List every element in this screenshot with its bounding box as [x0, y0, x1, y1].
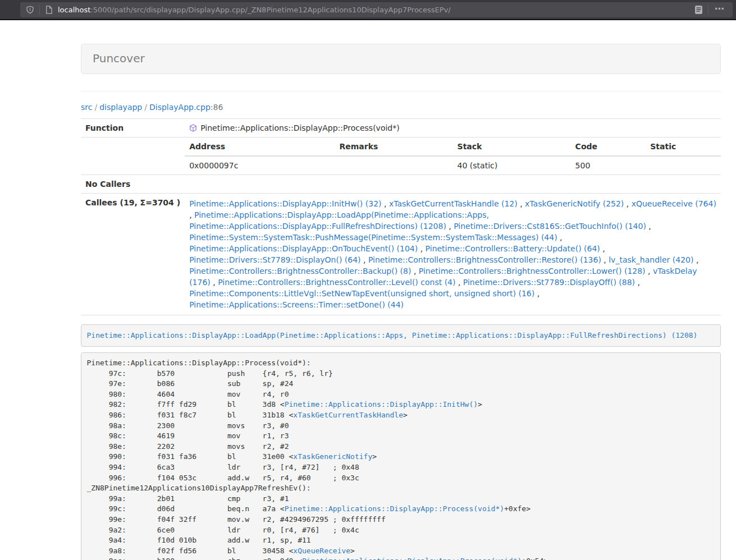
stats-column-header: Code — [571, 137, 646, 156]
stats-column-header: Stack — [453, 137, 571, 156]
stats-value: 0x0000097c — [185, 156, 335, 175]
breadcrumb-separator: / — [92, 103, 99, 112]
asm-symbol-link[interactable]: Pinetime::Applications::DisplayApp::Init… — [285, 400, 478, 408]
asm-symbol-link[interactable]: xTaskGenericNotify — [293, 452, 372, 461]
browser-toolbar: localhost:5000/path/src/displayapp/Displ… — [0, 0, 736, 20]
breadcrumb-separator: / — [142, 103, 149, 112]
stats-value: 500 — [571, 156, 646, 175]
asm-symbol-link[interactable]: Pinetime::Applications::DisplayApp::Proc… — [285, 504, 504, 513]
table-row: No Callers — [81, 175, 721, 194]
table-row: Callees (19, Σ=3704 ) Pinetime::Applicat… — [81, 194, 721, 315]
toolbar-separator — [39, 5, 40, 15]
callee-link[interactable]: Pinetime::Drivers::Cst816S::GetTouchInfo… — [454, 222, 646, 231]
loadapp-link[interactable]: Pinetime::Applications::DisplayApp::Load… — [87, 331, 698, 339]
callee-link[interactable]: xQueueReceive (764) — [632, 199, 716, 208]
callee-link[interactable]: Pinetime::Controllers::BrightnessControl… — [419, 267, 646, 276]
callee-separator: , — [646, 222, 651, 231]
stats-value-row: 0x0000097c40 (static)500 — [185, 156, 721, 175]
disassembly-box: Pinetime::Applications::DisplayApp::Proc… — [81, 352, 721, 560]
callee-link[interactable]: Pinetime::Controllers::Battery::Update()… — [426, 244, 600, 253]
toolbar-separator — [708, 5, 708, 15]
callee-link[interactable]: Pinetime::Components::LittleVgl::SetNewT… — [189, 289, 534, 298]
callee-separator: , — [635, 278, 640, 287]
url-path: :5000/path/src/displayapp/DisplayApp.cpp… — [90, 6, 450, 14]
callee-link[interactable]: Pinetime::Controllers::BrightnessControl… — [189, 267, 411, 276]
no-callers-label: No Callers — [81, 175, 185, 194]
callee-link[interactable]: Pinetime::Controllers::BrightnessControl… — [368, 255, 601, 264]
app-header: Puncover — [81, 44, 721, 74]
callee-separator: , — [646, 267, 653, 276]
callee-link[interactable]: Pinetime::Applications::DisplayApp::Load… — [189, 210, 489, 231]
callee-separator: , — [211, 278, 218, 287]
callers-cell — [185, 175, 721, 194]
shield-icon[interactable] — [26, 6, 34, 14]
loadapp-highlight-box: Pinetime::Applications::DisplayApp::Load… — [81, 324, 721, 347]
stats-value — [646, 156, 721, 175]
breadcrumb-line-number: :86 — [211, 103, 223, 112]
function-label: Function — [81, 119, 185, 137]
reader-mode-icon[interactable] — [694, 5, 703, 15]
callee-link[interactable]: Pinetime::Drivers::St7789::DisplayOff() … — [463, 278, 635, 287]
asm-symbol-link[interactable]: xQueueReceive — [293, 547, 350, 555]
stats-header-row: AddressRemarksStackCodeStatic — [185, 137, 721, 156]
table-row: Function Pinetime::Applications::Display… — [81, 119, 721, 137]
table-row: AddressRemarksStackCodeStatic 0x0000097c… — [81, 137, 721, 175]
callee-separator: , — [189, 210, 194, 219]
callee-separator: , — [601, 255, 609, 264]
callee-link[interactable]: lv_task_handler (420) — [609, 255, 693, 264]
callee-link[interactable]: xTaskGetCurrentTaskHandle (12) — [389, 199, 518, 208]
callee-separator: , — [361, 255, 368, 264]
callee-link[interactable]: Pinetime::System::SystemTask::PushMessag… — [189, 233, 557, 242]
callee-separator: , — [693, 255, 698, 264]
callee-separator: , — [600, 244, 605, 253]
callees-cell: Pinetime::Applications::DisplayApp::Init… — [185, 194, 721, 315]
app-title: Puncover — [93, 52, 145, 65]
callee-separator: , — [411, 267, 418, 276]
callee-separator: , — [534, 289, 540, 298]
callee-link[interactable]: Pinetime::Applications::DisplayApp::OnTo… — [189, 244, 418, 253]
callee-link[interactable]: Pinetime::Drivers::St7789::DisplayOn() (… — [189, 255, 360, 264]
stats-value: 40 (static) — [453, 156, 571, 175]
page-actions-menu-icon[interactable]: ⋯ — [714, 3, 727, 16]
callee-separator: , — [557, 233, 563, 242]
package-cube-icon — [189, 124, 197, 132]
stats-value — [335, 156, 452, 175]
callee-separator: , — [455, 278, 463, 287]
page-info-icon[interactable] — [45, 6, 53, 14]
callee-separator: , — [624, 199, 631, 208]
breadcrumb-link[interactable]: src — [81, 103, 92, 112]
stats-table: AddressRemarksStackCodeStatic 0x0000097c… — [185, 137, 721, 175]
callee-separator: , — [418, 244, 425, 253]
callees-label: Callees (19, Σ=3704 ) — [81, 194, 185, 315]
empty-header-cell — [81, 137, 185, 175]
asm-symbol-link[interactable]: xTaskGetCurrentTaskHandle — [293, 411, 403, 419]
callee-link[interactable]: xTaskGenericNotify (252) — [525, 199, 624, 208]
callee-separator: , — [446, 222, 454, 231]
breadcrumb: src/displayapp/DisplayApp.cpp:86 — [81, 103, 721, 112]
asm-symbol-link[interactable]: Pinetime::Applications::DisplayApp::Proc… — [302, 557, 522, 560]
url-host: localhost — [58, 6, 90, 14]
callee-separator: , — [518, 199, 525, 208]
stats-column-header: Remarks — [335, 137, 452, 156]
url-text: localhost:5000/path/src/displayapp/Displ… — [58, 6, 694, 14]
callee-separator: , — [382, 199, 389, 208]
callee-link[interactable]: Pinetime::Applications::DisplayApp::Init… — [189, 199, 381, 208]
callee-link[interactable]: Pinetime::Controllers::BrightnessControl… — [218, 278, 455, 287]
function-name: Pinetime::Applications::DisplayApp::Proc… — [200, 123, 400, 132]
symbol-table: Function Pinetime::Applications::Display… — [81, 118, 721, 315]
stats-column-header: Address — [185, 137, 335, 156]
divider — [81, 91, 721, 91]
stats-column-header: Static — [646, 137, 721, 156]
callee-link[interactable]: Pinetime::Applications::Screens::Timer::… — [189, 300, 404, 309]
page-container: Puncover src/displayapp/DisplayApp.cpp:8… — [81, 20, 721, 560]
function-name-cell: Pinetime::Applications::DisplayApp::Proc… — [185, 119, 721, 137]
url-bar[interactable]: localhost:5000/path/src/displayapp/Displ… — [20, 2, 733, 17]
breadcrumb-link[interactable]: DisplayApp.cpp — [149, 103, 211, 112]
breadcrumb-link[interactable]: displayapp — [99, 103, 142, 112]
